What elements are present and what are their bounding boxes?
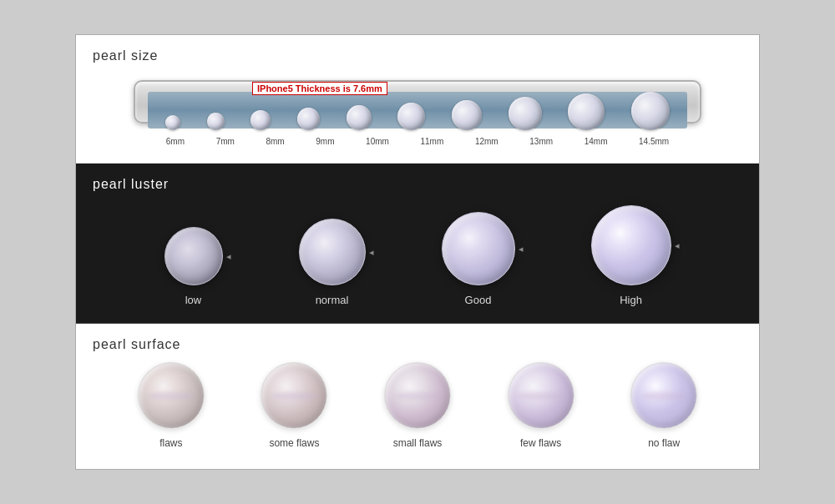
size-label: 6mm [166, 137, 185, 146]
luster-pearl-wrapper: ◂ [591, 205, 671, 285]
luster-pearl [442, 212, 515, 285]
pearl-luster-title: pearl luster [93, 177, 742, 192]
size-pearl [509, 97, 542, 130]
luster-arrow-icon: ◂ [226, 251, 231, 262]
size-label: 8mm [266, 137, 284, 146]
size-pearl [452, 100, 482, 130]
size-label: 7mm [216, 137, 235, 146]
size-label: 10mm [366, 137, 389, 146]
surface-item: few flaws [508, 362, 574, 449]
surface-pearl [630, 362, 697, 429]
size-pearl [250, 110, 271, 130]
luster-label: High [620, 294, 642, 306]
size-label: 9mm [316, 137, 334, 146]
luster-pearl [299, 219, 366, 285]
size-pearl [347, 105, 372, 130]
size-pearl [631, 92, 670, 130]
size-pearl [165, 115, 180, 130]
luster-pearl-wrapper: ◂ [299, 219, 366, 285]
luster-item: ◂Good [442, 212, 515, 306]
surface-label: flaws [159, 437, 182, 449]
surface-item: flaws [138, 362, 205, 449]
pearls-row [152, 90, 683, 130]
size-label: 14.5mm [639, 137, 669, 146]
surface-pearl [138, 362, 205, 429]
surface-label: no flaw [648, 437, 680, 449]
size-label: 12mm [475, 137, 498, 146]
luster-label: normal [316, 294, 349, 306]
surface-label: few flaws [520, 437, 561, 449]
luster-arrow-icon: ◂ [675, 240, 680, 251]
surface-label: small flaws [393, 437, 443, 449]
size-label: 13mm [529, 137, 553, 146]
luster-item: ◂High [591, 205, 671, 306]
size-visual-area: IPhone5 Thickness is 7.6mm 6mm7mm8mm9mm1… [93, 73, 742, 146]
luster-item: ◂low [164, 227, 223, 306]
pearl-luster-section: pearl luster ◂low◂normal◂Good◂High [76, 164, 759, 324]
surface-pearl [384, 362, 451, 429]
size-pearl [568, 93, 605, 130]
main-container: pearl size IPhone5 Thickness is 7.6mm 6m… [75, 34, 760, 470]
iphone-container: IPhone5 Thickness is 7.6mm [134, 73, 701, 130]
pearl-size-section: pearl size IPhone5 Thickness is 7.6mm 6m… [76, 35, 759, 164]
luster-label: Good [465, 294, 492, 306]
pearl-size-title: pearl size [93, 48, 742, 63]
surface-pearl [508, 362, 574, 429]
luster-pearls-row: ◂low◂normal◂Good◂High [93, 205, 742, 306]
surface-item: no flaw [630, 362, 697, 449]
size-label: 14mm [584, 137, 608, 146]
size-label: 11mm [421, 137, 444, 146]
size-pearl [397, 103, 425, 130]
luster-arrow-icon: ◂ [519, 244, 524, 255]
surface-item: small flaws [384, 362, 451, 449]
luster-pearl-wrapper: ◂ [164, 227, 223, 285]
size-pearl [297, 108, 320, 130]
iphone-body: IPhone5 Thickness is 7.6mm [134, 80, 701, 123]
surface-label: some flaws [269, 437, 319, 449]
size-labels: 6mm7mm8mm9mm10mm11mm12mm13mm14mm14.5mm [134, 137, 701, 146]
luster-pearl [164, 227, 223, 285]
surface-pearls-row: flawssome flawssmall flawsfew flawsno fl… [93, 362, 742, 449]
luster-arrow-icon: ◂ [369, 247, 374, 258]
luster-item: ◂normal [299, 219, 366, 306]
surface-pearl [261, 362, 327, 429]
luster-label: low [185, 294, 202, 306]
surface-item: some flaws [261, 362, 327, 449]
luster-pearl-wrapper: ◂ [442, 212, 515, 285]
size-pearl [207, 113, 225, 130]
luster-pearl [591, 205, 671, 285]
pearl-surface-section: pearl surface flawssome flawssmall flaws… [76, 324, 759, 469]
pearl-surface-title: pearl surface [93, 337, 742, 352]
